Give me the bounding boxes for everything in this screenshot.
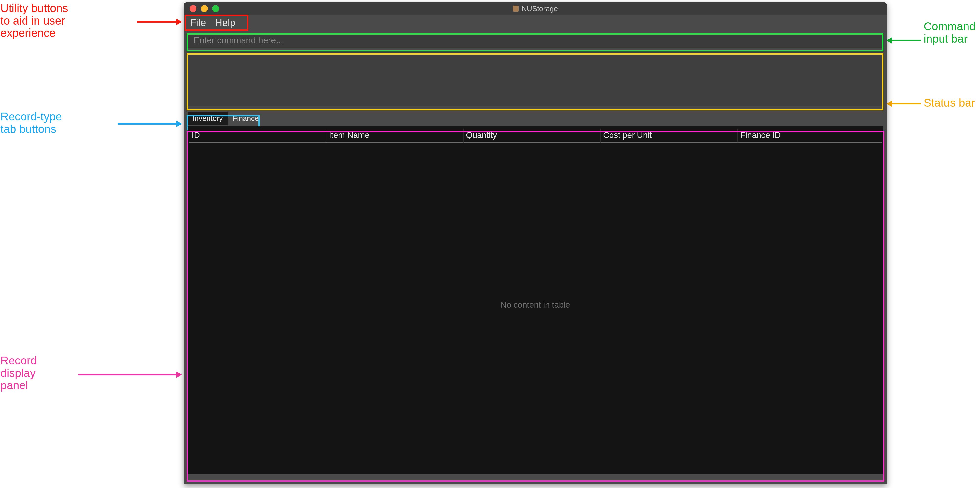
menu-help[interactable]: Help	[211, 16, 239, 29]
annotation-display-line1: Record	[0, 354, 37, 367]
annotation-command-line1: Command	[924, 20, 975, 33]
command-input[interactable]	[188, 33, 883, 48]
annotation-status: Status bar	[924, 97, 975, 109]
table-header-row: ID Item Name Quantity Cost per Unit Fina…	[188, 126, 883, 143]
annotation-command-line2: input bar	[924, 33, 975, 45]
annotation-utility-line1: Utility buttons	[0, 2, 68, 14]
annotation-utility-line2: to aid in user	[0, 14, 68, 27]
record-display-panel: ID Item Name Quantity Cost per Unit Fina…	[188, 126, 883, 474]
tab-inventory[interactable]: Inventory	[188, 112, 228, 125]
tab-finance[interactable]: Finance	[228, 112, 264, 125]
window-title: NUStorage	[184, 5, 887, 13]
annotation-tabs-line1: Record-type	[0, 110, 62, 123]
tabs-bar: Inventory Finance	[188, 112, 883, 125]
annotation-utility-line3: experience	[0, 27, 68, 39]
table-empty-message: No content in table	[188, 300, 883, 309]
arrow-tabs	[118, 123, 181, 124]
status-box	[188, 52, 883, 106]
app-icon	[513, 6, 519, 11]
col-quantity[interactable]: Quantity	[463, 129, 601, 143]
menu-file[interactable]: File	[186, 16, 210, 29]
annotation-display-line2: display	[0, 367, 37, 380]
col-id[interactable]: ID	[189, 129, 326, 143]
annotation-tabs-line2: tab buttons	[0, 123, 62, 136]
arrow-command	[887, 40, 921, 41]
menu-bar: File Help	[184, 15, 887, 32]
window-title-text: NUStorage	[522, 5, 558, 13]
app-window: NUStorage File Help Inventory Finance ID…	[184, 2, 887, 484]
annotation-display-line3: panel	[0, 379, 37, 392]
col-item-name[interactable]: Item Name	[326, 129, 463, 143]
col-cost-per-unit[interactable]: Cost per Unit	[601, 129, 738, 143]
arrow-status	[887, 103, 921, 104]
arrow-display	[78, 374, 181, 375]
col-finance-id[interactable]: Finance ID	[738, 129, 881, 143]
titlebar: NUStorage	[184, 2, 887, 15]
arrow-utility	[137, 21, 181, 22]
